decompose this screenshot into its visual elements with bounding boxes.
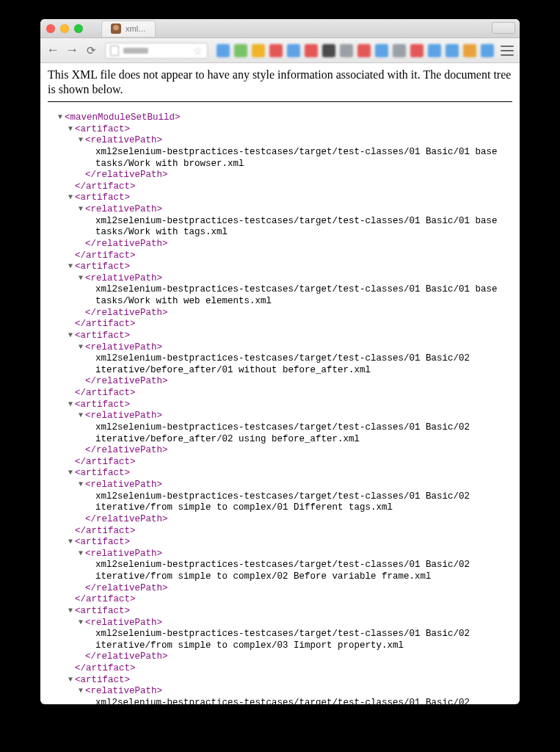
reload-button[interactable]: ⟳ — [84, 44, 98, 57]
disclosure-triangle-icon[interactable]: ▼ — [79, 204, 85, 214]
extension-icon[interactable] — [234, 44, 247, 57]
disclosure-triangle-icon[interactable]: ▼ — [79, 135, 85, 145]
xml-tree: ▼<mavenModuleSetBuild>▼<artifact>▼<relat… — [48, 112, 512, 704]
disclosure-triangle-icon[interactable]: ▼ — [58, 112, 65, 123]
xml-tag-open: <artifact> — [75, 330, 130, 342]
xml-tag-open: <relativePath> — [85, 135, 162, 147]
window-close-button[interactable] — [46, 24, 55, 33]
disclosure-triangle-icon[interactable]: ▼ — [79, 411, 85, 421]
extension-icon[interactable] — [357, 44, 371, 57]
xml-text-row: xml2selenium-bestpractices-testcases/tar… — [48, 353, 512, 376]
extension-icon[interactable] — [322, 44, 335, 57]
xml-relativepath-close-row: </relativePath> — [48, 445, 512, 457]
disclosure-triangle-icon[interactable]: ▼ — [79, 686, 85, 696]
disclosure-triangle-icon[interactable]: ▼ — [68, 400, 75, 410]
xml-tag-close: </artifact> — [75, 594, 136, 606]
disclosure-triangle-icon — [79, 651, 85, 652]
disclosure-triangle-icon[interactable]: ▼ — [68, 468, 75, 478]
xml-relativepath-row: ▼<relativePath> — [48, 135, 512, 147]
window-minimize-button[interactable] — [60, 24, 69, 33]
extension-icon[interactable] — [446, 44, 459, 57]
xml-relativepath-row: ▼<relativePath> — [48, 273, 512, 285]
xml-tag-open: <artifact> — [75, 675, 130, 687]
xml-tag-open: <relativePath> — [85, 549, 162, 560]
xml-text-node: xml2selenium-bestpractices-testcases/tar… — [95, 629, 512, 651]
extension-icon[interactable] — [340, 44, 353, 57]
hamburger-menu-icon[interactable] — [501, 46, 514, 56]
xml-tag-close: </artifact> — [75, 663, 136, 675]
disclosure-triangle-icon[interactable]: ▼ — [79, 618, 85, 628]
forward-button[interactable]: → — [65, 43, 79, 58]
xml-artifact-row: ▼<artifact> — [48, 675, 512, 687]
xml-text-node: xml2selenium-bestpractices-testcases/tar… — [95, 353, 512, 376]
xml-tag-close: </relativePath> — [85, 308, 168, 319]
disclosure-triangle-icon — [89, 629, 95, 629]
xml-tag-open: <artifact> — [75, 400, 130, 411]
disclosure-triangle-icon[interactable]: ▼ — [68, 192, 75, 203]
xml-tag-close: </artifact> — [75, 181, 136, 193]
extension-icon[interactable] — [481, 44, 494, 57]
xml-tag-close: </relativePath> — [85, 239, 168, 250]
xml-relativepath-close-row: </relativePath> — [48, 376, 512, 388]
back-button[interactable]: ← — [46, 43, 59, 58]
xml-relativepath-row: ▼<relativePath> — [48, 342, 512, 354]
xml-artifact-row: ▼<artifact> — [48, 261, 512, 273]
disclosure-triangle-icon[interactable]: ▼ — [68, 675, 75, 685]
disclosure-triangle-icon[interactable]: ▼ — [68, 606, 75, 616]
extension-icon[interactable] — [375, 44, 388, 57]
disclosure-triangle-icon[interactable]: ▼ — [68, 124, 75, 134]
xml-tag-open: <artifact> — [75, 261, 130, 273]
disclosure-triangle-icon[interactable]: ▼ — [68, 330, 75, 341]
disclosure-triangle-icon[interactable]: ▼ — [68, 537, 75, 547]
tab-title: xml… — [126, 24, 146, 33]
disclosure-triangle-icon — [89, 560, 95, 560]
disclosure-triangle-icon[interactable]: ▼ — [79, 342, 85, 352]
disclosure-triangle-icon — [79, 376, 85, 377]
xml-relativepath-close-row: </relativePath> — [48, 514, 512, 526]
page-icon — [110, 46, 119, 56]
xml-tag-open: <artifact> — [75, 124, 130, 136]
extension-icon[interactable] — [410, 44, 423, 57]
disclosure-triangle-icon — [68, 319, 75, 319]
xml-text-node: xml2selenium-bestpractices-testcases/tar… — [95, 422, 512, 445]
xml-artifact-close-row: </artifact> — [48, 388, 512, 400]
window-traffic-lights — [46, 24, 83, 33]
extension-icon[interactable] — [393, 44, 406, 57]
extension-icon[interactable] — [217, 44, 230, 57]
bookmark-star-icon[interactable]: ☆ — [193, 45, 203, 57]
xml-tag-open: <artifact> — [75, 192, 130, 204]
disclosure-triangle-icon[interactable]: ▼ — [79, 480, 85, 490]
disclosure-triangle-icon — [89, 422, 95, 423]
disclosure-triangle-icon[interactable]: ▼ — [79, 273, 85, 283]
disclosure-triangle-icon[interactable]: ▼ — [79, 549, 85, 559]
tab-overflow-button[interactable] — [492, 22, 515, 34]
xml-artifact-close-row: </artifact> — [48, 457, 512, 469]
page-content: This XML file does not appear to have an… — [40, 63, 520, 704]
disclosure-triangle-icon — [89, 147, 95, 148]
address-bar[interactable]: ☆ — [105, 43, 208, 59]
xml-tag-close: </relativePath> — [85, 651, 168, 663]
xml-text-row: xml2selenium-bestpractices-testcases/tar… — [48, 147, 512, 170]
xml-tag-close: </artifact> — [75, 250, 136, 262]
xml-tag-close: </relativePath> — [85, 583, 168, 595]
xml-tag-open: <artifact> — [75, 537, 130, 549]
window-zoom-button[interactable] — [74, 24, 83, 33]
xml-tag-open: <relativePath> — [85, 411, 162, 422]
disclosure-triangle-icon — [68, 457, 75, 458]
extension-icon[interactable] — [287, 44, 300, 57]
extension-icon[interactable] — [428, 44, 441, 57]
xml-relativepath-close-row: </relativePath> — [48, 239, 512, 250]
xml-artifact-close-row: </artifact> — [48, 250, 512, 262]
disclosure-triangle-icon[interactable]: ▼ — [68, 261, 75, 272]
extension-icon[interactable] — [252, 44, 265, 57]
browser-tab[interactable]: xml… — [101, 21, 156, 37]
xml-text-node: xml2selenium-bestpractices-testcases/tar… — [95, 284, 512, 307]
extension-icon[interactable] — [463, 44, 476, 57]
extension-icon[interactable] — [269, 44, 283, 57]
xml-relativepath-close-row: </relativePath> — [48, 651, 512, 663]
disclosure-triangle-icon — [79, 445, 85, 446]
extension-icon[interactable] — [305, 44, 318, 57]
xml-relativepath-close-row: </relativePath> — [48, 308, 512, 319]
disclosure-triangle-icon — [68, 388, 75, 388]
xml-text-node: xml2selenium-bestpractices-testcases/tar… — [95, 216, 512, 239]
